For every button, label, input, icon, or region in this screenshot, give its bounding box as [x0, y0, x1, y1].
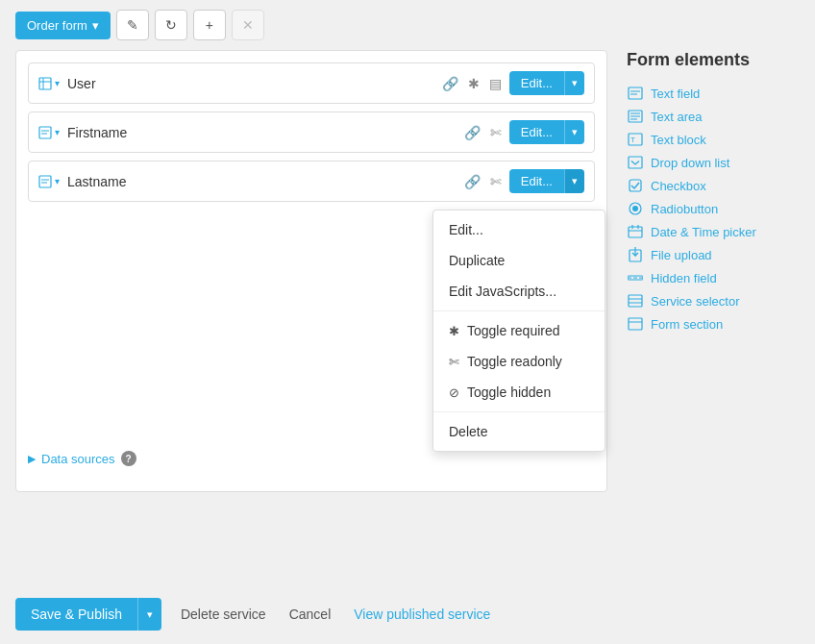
svg-text:T: T: [630, 136, 635, 144]
add-icon: +: [206, 17, 213, 33]
field-label: User: [67, 76, 440, 91]
sidebar-item-label: Radiobutton: [651, 202, 718, 216]
dropdown-item-label: Toggle required: [467, 323, 560, 338]
edit-dropdown-button[interactable]: ▾: [564, 71, 584, 95]
order-form-button[interactable]: Order form ▾: [15, 12, 111, 39]
sidebar-item-text-block[interactable]: T Text block: [627, 128, 800, 151]
sidebar-item-checkbox[interactable]: Checkbox: [627, 174, 800, 197]
table-row: ▾ Lastname 🔗 ✄ Edit... ▾: [28, 161, 595, 202]
sidebar-item-text-area[interactable]: Text area: [627, 105, 800, 128]
svg-rect-34: [629, 318, 642, 330]
sidebar-item-label: Hidden field: [651, 271, 717, 285]
delete-service-button[interactable]: Delete service: [177, 599, 270, 630]
data-sources-label: Data sources: [41, 452, 115, 466]
dropdown-item-edit-js[interactable]: Edit JavaScripts...: [433, 276, 605, 307]
sidebar-item-label: Text area: [651, 110, 702, 124]
svg-rect-9: [629, 87, 642, 99]
dropdown-item-toggle-hidden[interactable]: ⊘ Toggle hidden: [433, 377, 605, 408]
svg-rect-18: [629, 157, 642, 168]
edit-dropdown-button[interactable]: ▾: [564, 120, 584, 144]
save-publish-button[interactable]: Save & Publish: [15, 598, 137, 631]
sidebar-title: Form elements: [627, 50, 800, 70]
sidebar-item-label: Drop down list: [651, 156, 729, 170]
asterisk-icon: ✱: [449, 324, 459, 338]
data-sources[interactable]: ▶ Data sources ?: [28, 441, 136, 476]
link-icon[interactable]: 🔗: [462, 123, 482, 142]
text-field-icon: [627, 86, 644, 101]
refresh-button[interactable]: ↻: [155, 10, 187, 40]
sidebar-item-label: Date & Time picker: [651, 225, 756, 239]
sidebar: Form elements Text field Text area T Tex…: [627, 50, 800, 492]
dropdown-item-duplicate[interactable]: Duplicate: [433, 245, 605, 276]
svg-rect-31: [629, 295, 642, 307]
scissors-icon[interactable]: ✄: [488, 172, 504, 191]
main-content: ▾ User 🔗 ✱ ▤ Edit... ▾ ▾: [0, 50, 815, 492]
help-icon[interactable]: ?: [121, 451, 136, 466]
dropdown-item-label: Toggle readonly: [467, 354, 562, 369]
sidebar-item-service-selector[interactable]: Service selector: [627, 289, 800, 312]
dropdown-item-label: Toggle hidden: [467, 384, 551, 400]
link-icon[interactable]: 🔗: [440, 74, 460, 93]
field-label: Firstname: [67, 125, 462, 140]
dropdown-divider-2: [433, 411, 605, 412]
sidebar-item-label: Service selector: [651, 294, 739, 309]
field-actions: 🔗 ✄ Edit... ▾: [462, 169, 584, 193]
sidebar-item-drop-down-list[interactable]: Drop down list: [627, 151, 800, 174]
edit-button-group: Edit... ▾: [509, 120, 584, 144]
checkbox-icon: [627, 178, 644, 193]
refresh-icon: ↻: [165, 17, 177, 33]
sidebar-item-hidden-field[interactable]: Hidden field: [627, 266, 800, 289]
dropdown-item-toggle-required[interactable]: ✱ Toggle required: [433, 315, 605, 346]
asterisk-icon[interactable]: ✱: [466, 74, 482, 93]
layers-icon[interactable]: ▤: [487, 74, 504, 93]
hidden-icon: ⊘: [449, 385, 459, 400]
link-icon[interactable]: 🔗: [462, 172, 482, 191]
dropdown-item-label: Edit JavaScripts...: [449, 284, 556, 299]
view-published-button[interactable]: View published service: [350, 599, 494, 630]
sidebar-item-label: Text block: [651, 133, 706, 147]
field-label: Lastname: [67, 174, 462, 189]
field-actions: 🔗 ✱ ▤ Edit... ▾: [440, 71, 584, 95]
edit-dropdown-button[interactable]: ▾: [564, 169, 584, 193]
edit-button[interactable]: Edit...: [509, 169, 564, 193]
radiobutton-icon: [627, 201, 644, 216]
scissors-icon: ✄: [449, 355, 459, 369]
bottom-toolbar: Save & Publish ▾ Delete service Cancel V…: [0, 584, 815, 644]
field-actions: 🔗 ✄ Edit... ▾: [462, 120, 584, 144]
scissors-icon[interactable]: ✄: [488, 123, 504, 142]
dropdown-item-label: Duplicate: [449, 253, 505, 268]
triangle-icon: ▶: [28, 453, 36, 465]
delete-service-label: Delete service: [181, 607, 266, 622]
close-button[interactable]: ✕: [232, 10, 264, 40]
sidebar-item-datetime-picker[interactable]: Date & Time picker: [627, 220, 800, 243]
add-button[interactable]: +: [193, 10, 226, 40]
hidden-field-icon: [627, 270, 644, 285]
dropdown-item-toggle-readonly[interactable]: ✄ Toggle readonly: [433, 346, 605, 377]
datetime-icon: [627, 224, 644, 239]
sidebar-item-radiobutton[interactable]: Radiobutton: [627, 197, 800, 220]
order-form-label: Order form: [27, 18, 87, 33]
cancel-button[interactable]: Cancel: [285, 599, 335, 630]
edit-icon: ✎: [127, 17, 138, 33]
edit-button[interactable]: Edit...: [509, 71, 564, 95]
chevron-down-icon: ▾: [92, 18, 99, 33]
sidebar-item-text-field[interactable]: Text field: [627, 82, 800, 105]
sidebar-item-file-upload[interactable]: File upload: [627, 243, 800, 266]
edit-button[interactable]: Edit...: [509, 120, 564, 144]
dropdown-item-edit[interactable]: Edit...: [433, 214, 605, 245]
text-block-icon: T: [627, 132, 644, 147]
save-publish-dropdown-button[interactable]: ▾: [137, 598, 161, 631]
edit-button-group: Edit... ▾: [509, 169, 584, 193]
context-dropdown-menu: Edit... Duplicate Edit JavaScripts... ✱ …: [432, 210, 605, 452]
table-row: ▾ User 🔗 ✱ ▤ Edit... ▾: [28, 62, 595, 104]
view-published-label: View published service: [354, 607, 490, 622]
form-section-icon: [627, 316, 644, 332]
file-upload-icon: [627, 247, 644, 262]
sidebar-item-form-section[interactable]: Form section: [627, 312, 800, 335]
svg-rect-0: [39, 78, 51, 89]
cancel-label: Cancel: [289, 607, 332, 622]
dropdown-item-delete[interactable]: Delete: [433, 416, 605, 447]
chevron-down-icon: ▾: [147, 608, 153, 620]
sidebar-item-label: Text field: [651, 87, 700, 101]
edit-icon-button[interactable]: ✎: [116, 10, 149, 40]
